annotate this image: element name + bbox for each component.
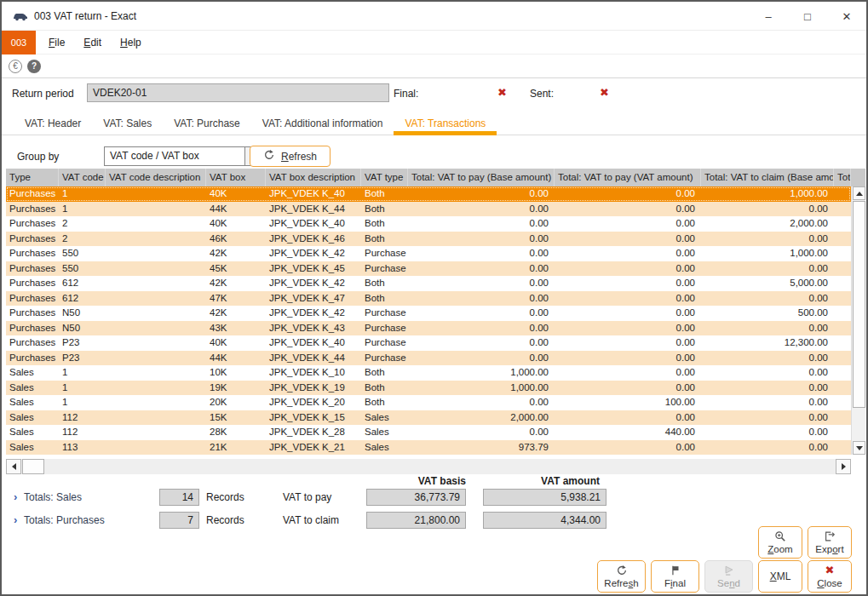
maximize-button[interactable]: □ <box>788 2 827 31</box>
column-header[interactable]: VAT box <box>206 169 266 186</box>
table-row[interactable]: Sales11228KJPK_VDEK K_28Sales0.00440.000… <box>6 425 851 440</box>
table-cell <box>834 261 851 277</box>
final-button[interactable]: Final <box>651 560 699 593</box>
table-row[interactable]: Purchases61242KJPK_VDEK K_42Both0.000.00… <box>6 276 851 291</box>
module-tab[interactable]: 003 <box>2 31 36 54</box>
table-cell: 0.00 <box>555 321 701 336</box>
table-row[interactable]: Sales110KJPK_VDEK K_10Both1,000.000.000.… <box>6 365 851 381</box>
table-body: Purchases140KJPK_VDEK K_40Both0.000.001,… <box>6 186 851 455</box>
menu-item-file[interactable]: File <box>39 31 74 54</box>
menu-item-help[interactable]: Help <box>111 31 151 54</box>
scroll-down-button[interactable] <box>853 441 865 455</box>
zoom-button[interactable]: Zoom <box>758 526 802 559</box>
final-status-x-icon: ✖ <box>497 86 507 99</box>
table-cell: 440.00 <box>555 425 701 440</box>
tab-vat-additional-information[interactable]: VAT: Additional information <box>251 112 394 135</box>
table-header: TypeVAT codeVAT code descriptionVAT boxV… <box>6 169 865 186</box>
table-row[interactable]: Purchases61247KJPK_VDEK K_47Both0.000.00… <box>6 291 851 307</box>
xml-button-label: XML <box>770 570 791 582</box>
tab-vat-transactions[interactable]: VAT: Transactions <box>394 112 497 135</box>
table-row[interactable]: Purchases55045KJPK_VDEK K_45Purchase0.00… <box>6 261 851 277</box>
totals-purchases-label[interactable]: Totals: Purchases <box>24 514 105 526</box>
table-cell <box>834 291 851 307</box>
table-cell: JPK_VDEK K_28 <box>266 425 361 440</box>
group-by-dropdown[interactable]: VAT code / VAT box <box>104 146 263 166</box>
car-app-icon <box>12 10 29 22</box>
refresh-button[interactable]: Refresh <box>597 560 646 593</box>
column-header[interactable]: VAT code description <box>106 169 206 186</box>
table-row[interactable]: Purchases240KJPK_VDEK K_40Both0.000.002,… <box>6 216 851 232</box>
euro-icon[interactable]: € <box>9 60 22 73</box>
horizontal-scrollbar[interactable] <box>6 459 851 474</box>
tab-vat-purchase[interactable]: VAT: Purchase <box>163 112 251 135</box>
table-row[interactable]: Sales11215KJPK_VDEK K_15Sales2,000.000.0… <box>6 410 851 426</box>
totals-sales-label[interactable]: Totals: Sales <box>24 491 82 503</box>
export-button[interactable]: Export <box>808 526 852 559</box>
help-icon[interactable]: ? <box>27 60 41 73</box>
table-cell: Purchases <box>6 335 59 351</box>
tab-vat-header[interactable]: VAT: Header <box>14 112 92 135</box>
table-cell: 47K <box>206 291 266 307</box>
chevron-right-icon[interactable]: › <box>14 513 17 528</box>
table-row[interactable]: PurchasesN5042KJPK_VDEK K_42Purchase0.00… <box>6 306 851 321</box>
table-row[interactable]: Purchases246KJPK_VDEK K_46Both0.000.000.… <box>6 232 851 247</box>
column-header[interactable]: Tot <box>834 169 851 186</box>
vertical-scroll-thumb[interactable] <box>853 201 865 408</box>
vat-to-claim-amount: 4,344.00 <box>483 512 606 529</box>
vat-to-pay-basis: 36,773.79 <box>366 489 466 506</box>
scroll-up-button[interactable] <box>853 186 865 200</box>
table-cell: Both <box>361 186 408 202</box>
table-cell: 0.00 <box>555 246 701 261</box>
table-cell <box>834 246 851 261</box>
table-row[interactable]: Purchases55042KJPK_VDEK K_42Purchase0.00… <box>6 246 851 261</box>
table-row[interactable]: Sales119KJPK_VDEK K_19Both1,000.000.000.… <box>6 381 851 396</box>
return-period-label: Return period <box>12 88 74 100</box>
table-cell: 0.00 <box>701 261 834 277</box>
table-cell: 100.00 <box>555 395 701 410</box>
table-cell: 0.00 <box>408 276 555 291</box>
sent-status-x-icon: ✖ <box>600 86 609 99</box>
send-button: Send <box>704 560 753 593</box>
xml-button[interactable]: XML <box>758 560 802 593</box>
vertical-scrollbar[interactable] <box>851 186 865 455</box>
final-button-label: Final <box>664 577 686 589</box>
table-cell <box>106 425 206 440</box>
close-window-button[interactable]: ✕ <box>827 2 866 31</box>
chevron-right-icon[interactable]: › <box>14 490 17 505</box>
column-header[interactable]: Total: VAT to pay (Base amount) <box>408 169 555 186</box>
group-refresh-button[interactable]: Refresh <box>250 146 331 167</box>
minimize-button[interactable]: – <box>749 2 788 31</box>
table-cell <box>106 216 206 232</box>
return-period-input[interactable]: VDEK20-01 <box>87 83 389 102</box>
scroll-left-button[interactable] <box>6 459 21 474</box>
table-row[interactable]: Purchases140KJPK_VDEK K_40Both0.000.001,… <box>6 186 851 202</box>
scroll-right-button[interactable] <box>836 459 851 474</box>
column-header[interactable]: VAT code <box>59 169 106 186</box>
menu-item-edit[interactable]: Edit <box>74 31 111 54</box>
tab-vat-sales[interactable]: VAT: Sales <box>92 112 163 135</box>
column-header[interactable]: Type <box>6 169 59 186</box>
column-header[interactable]: VAT box description <box>266 169 361 186</box>
table-cell: Purchases <box>6 216 59 232</box>
table-cell <box>834 216 851 232</box>
table-row[interactable]: Sales120KJPK_VDEK K_20Both0.00100.000.00 <box>6 395 851 410</box>
table-row[interactable]: PurchasesN5043KJPK_VDEK K_43Purchase0.00… <box>6 321 851 336</box>
column-header[interactable]: Total: VAT to claim (Base amount) <box>701 169 834 186</box>
table-row[interactable]: PurchasesP2340KJPK_VDEK K_40Purchase0.00… <box>6 335 851 351</box>
table-cell: 0.00 <box>555 291 701 307</box>
table-cell <box>106 261 206 277</box>
column-header[interactable]: VAT type <box>361 169 408 186</box>
close-button[interactable]: ✖Close <box>808 560 852 593</box>
table-row[interactable]: Purchases144KJPK_VDEK K_44Both0.000.000.… <box>6 202 851 217</box>
table-cell: Sales <box>6 410 59 426</box>
table-cell: 0.00 <box>555 440 701 456</box>
column-header[interactable]: Total: VAT to pay (VAT amount) <box>555 169 701 186</box>
table-row[interactable]: PurchasesP2344KJPK_VDEK K_44Purchase0.00… <box>6 351 851 366</box>
table-cell <box>834 276 851 291</box>
table-cell: 12,300.00 <box>701 335 834 351</box>
refresh-button-label: Refresh <box>281 151 317 163</box>
table-row[interactable]: Sales11321KJPK_VDEK K_21Sales973.790.000… <box>6 440 851 456</box>
records-label: Records <box>206 491 244 503</box>
horizontal-scroll-thumb[interactable] <box>22 459 44 474</box>
table-cell: Purchase <box>361 335 408 351</box>
